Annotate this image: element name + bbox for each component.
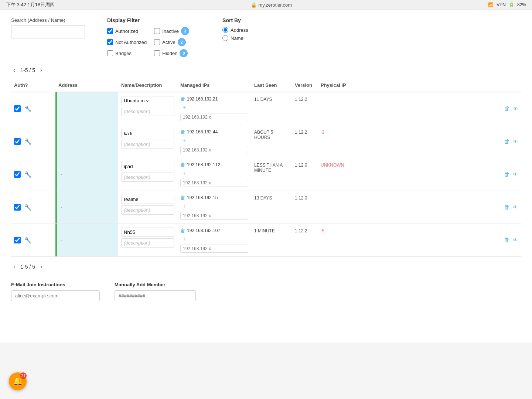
status-icons: 📶 VPN 🔋 82% [488,2,526,7]
settings-icon-1[interactable]: 🔧 [24,105,32,112]
version-value-1: 1.12.2 [295,97,307,102]
delete-icon-2[interactable]: 🗑 [504,138,510,145]
table-header: Auth? Address Name/Description Managed I… [11,79,521,92]
address-value-4: · [60,205,62,210]
col-name-1 [118,92,177,125]
col-managed-ips-5: 🗑 192.168.192.107 + [177,224,251,256]
prev-page-button-bottom[interactable]: ‹ [11,263,17,271]
settings-icon-3[interactable]: 🔧 [24,171,32,178]
hide-icon-2[interactable]: 👁 [513,139,518,144]
col-auth-4: 🔧 [11,191,55,224]
trash-icon-3[interactable]: 🗑 [180,162,185,168]
filter-not-authorized-label: Not Authorized [115,40,147,45]
bottom-section: E-Mail Join Instructions Manually Add Me… [11,282,521,301]
trash-icon-4[interactable]: 🗑 [180,195,185,201]
desc-input-4[interactable] [121,205,174,215]
name-input-4[interactable] [121,195,174,204]
auth-checkbox-4[interactable] [14,204,21,211]
filter-active-checkbox[interactable] [154,39,160,45]
ip-input-1[interactable] [180,113,248,121]
col-version-3: 1.12.0 [292,158,318,191]
th-name: Name/Description [118,81,177,89]
name-input-2[interactable] [121,129,174,138]
trash-icon-1[interactable]: 🗑 [180,96,185,102]
th-physical: Physical IP [318,81,491,89]
hide-icon-1[interactable]: 👁 [513,106,518,112]
name-input-1[interactable] [121,96,174,105]
filter-authorized-label: Authorized [115,28,138,34]
lastseen-value-2: ABOUT 5 HOURS [254,130,273,140]
ip-input-4[interactable] [180,212,248,220]
next-page-button[interactable]: › [38,66,44,74]
col-auth-3: 🔧 [11,158,55,191]
col-physical-1 [318,92,491,125]
col-lastseen-1: 11 DAYS [251,92,292,125]
ip-input-2[interactable] [180,146,248,154]
search-section: Search (Address / Name) [11,17,85,38]
search-input[interactable] [11,25,85,38]
trash-icon-5[interactable]: 🗑 [180,228,185,233]
auth-checkbox-2[interactable] [14,138,21,145]
managed-ip-value-1: 192.168.192.21 [187,96,218,102]
col-address-5: · [55,224,118,256]
auth-checkbox-3[interactable] [14,171,21,178]
ip-input-3[interactable] [180,179,248,187]
prev-page-button[interactable]: ‹ [11,66,17,74]
sort-name-label: Name [231,35,243,41]
add-ip-icon-1[interactable]: + [180,103,248,112]
col-managed-ips-1: 🗑 192.168.192.21 + [177,92,251,125]
add-ip-icon-3[interactable]: + [180,169,248,177]
delete-icon-4[interactable]: 🗑 [504,204,510,211]
filter-authorized-checkbox[interactable] [107,28,113,34]
hide-icon-5[interactable]: 👁 [513,237,518,243]
filter-inactive-checkbox[interactable] [154,28,160,34]
col-physical-5: ·5 [318,224,491,256]
filter-grid: Authorized Inactive 3 Not Authorized Act… [107,27,200,57]
name-input-3[interactable] [121,162,174,171]
filter-bridges: Bridges [107,50,147,56]
name-input-5[interactable] [121,228,174,237]
hide-icon-3[interactable]: 👁 [513,171,518,177]
settings-icon-5[interactable]: 🔧 [24,237,32,244]
col-auth-5: 🔧 [11,224,55,256]
delete-icon-3[interactable]: 🗑 [504,171,510,178]
add-ip-icon-4[interactable]: + [180,202,248,210]
filter-bridges-checkbox[interactable] [107,50,113,56]
sort-address-radio[interactable] [222,27,228,33]
filter-title: Display Filter [107,17,200,23]
th-managed: Managed IPs [177,81,251,89]
desc-input-1[interactable] [121,107,174,116]
desc-input-3[interactable] [121,173,174,182]
lastseen-value-4: 13 DAYS [254,195,272,201]
email-join-section: E-Mail Join Instructions [11,282,100,301]
filter-not-authorized-checkbox[interactable] [107,39,113,45]
desc-input-5[interactable] [121,238,174,248]
add-ip-icon-2[interactable]: + [180,136,248,144]
battery-icon: 🔋 [509,2,514,7]
display-filter: Display Filter Authorized Inactive 3 Not… [107,17,200,57]
managed-ip-value-4: 192.168.192.15 [187,195,218,200]
settings-icon-4[interactable]: 🔧 [24,204,32,211]
th-auth: Auth? [11,81,55,89]
auth-checkbox-1[interactable] [14,105,21,112]
add-ip-icon-5[interactable]: + [180,235,248,243]
email-join-input[interactable] [11,290,100,301]
version-value-3: 1.12.0 [295,163,307,168]
delete-icon-1[interactable]: 🗑 [504,105,510,112]
col-managed-ips-4: 🗑 192.168.192.15 + [177,191,251,224]
table-row: 🔧 🗑 192.168.192.21 + [11,92,521,125]
auth-checkbox-5[interactable] [14,237,21,243]
next-page-button-bottom[interactable]: › [38,263,44,271]
manually-add-input[interactable] [115,290,196,301]
desc-input-2[interactable] [121,140,174,149]
ip-input-5[interactable] [180,245,248,253]
trash-icon-2[interactable]: 🗑 [180,129,185,135]
sort-name-radio[interactable] [222,35,228,41]
physical-ip-value-2: ·3 [321,130,324,135]
hide-icon-4[interactable]: 👁 [513,204,518,210]
settings-icon-2[interactable]: 🔧 [24,138,32,145]
physical-ip-value-5: ·5 [321,228,324,233]
filter-hidden-checkbox[interactable] [154,50,160,56]
col-lastseen-3: LESS THAN A MINUTE [251,158,292,191]
delete-icon-5[interactable]: 🗑 [504,237,510,243]
